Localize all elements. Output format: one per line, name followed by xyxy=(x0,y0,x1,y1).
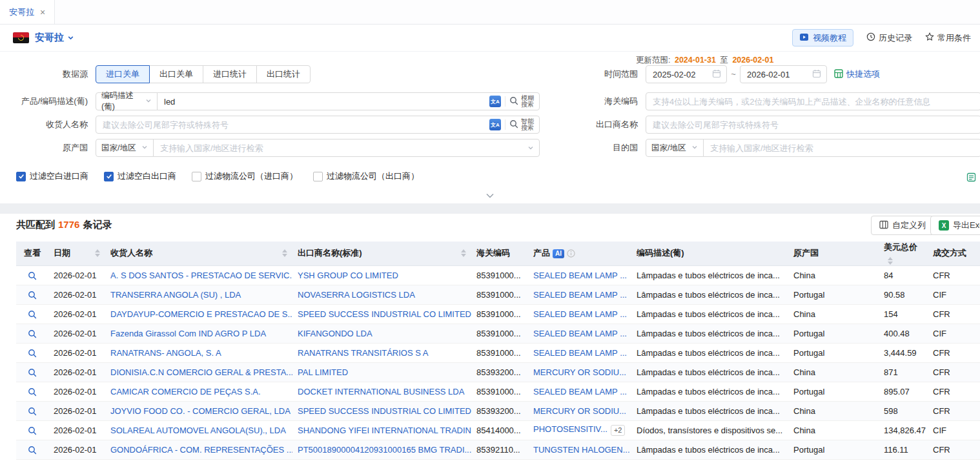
exporter-link[interactable]: SHANDONG YIFEI INTERNATIONAL TRADIN... xyxy=(292,420,471,440)
consignee-link[interactable]: GONDOÁFRICA - COM. REPRESENTAÇÕES ... xyxy=(105,440,292,459)
consignee-field[interactable]: 文A 智能搜索 xyxy=(96,116,540,134)
product-search-field[interactable]: 文A 模糊搜索 xyxy=(157,92,540,110)
exporter-link[interactable]: DOCKET INTERNATIONAL BUSINESS LDA xyxy=(292,382,471,401)
exporter-field[interactable] xyxy=(646,116,980,134)
sort-icon[interactable] xyxy=(461,249,466,257)
more-products-badge[interactable]: +2 xyxy=(611,425,626,436)
consignee-link[interactable]: RANATRANS- ANGOLA, S. A xyxy=(105,343,292,362)
table-row[interactable]: 2026-02-01 JOYVIO FOOD CO. - COMERCIO GE… xyxy=(16,401,980,420)
product-link[interactable]: SEALED BEAM LAMP ... xyxy=(533,290,627,300)
page-tab-angola[interactable]: 安哥拉 × xyxy=(0,0,55,24)
product-link[interactable]: PHOTOSENSITIV... xyxy=(533,424,607,434)
view-details-icon[interactable] xyxy=(28,349,37,358)
product-link[interactable]: TUNGSTEN HALOGEN... xyxy=(533,445,630,455)
view-details-icon[interactable] xyxy=(28,426,37,435)
filter-checkbox[interactable]: 过滤空白出口商 xyxy=(104,170,176,182)
checkbox-icon[interactable] xyxy=(104,172,114,181)
table-row[interactable]: 2026-02-01 DAYDAYUP-COMERCIO E PRESTACAO… xyxy=(16,304,980,324)
product-link[interactable]: SEALED BEAM LAMP ... xyxy=(533,387,627,396)
chevron-down-icon[interactable] xyxy=(527,143,534,153)
checkbox-icon[interactable] xyxy=(16,172,26,181)
filter-checkbox[interactable]: 过滤物流公司（出口商） xyxy=(313,170,419,182)
filter-checkbox[interactable]: 过滤物流公司（进口商） xyxy=(192,170,298,182)
custom-columns-button[interactable]: 自定义列 xyxy=(871,216,934,235)
quick-options-link[interactable]: 快捷选项 xyxy=(834,65,880,83)
tab-close-icon[interactable]: × xyxy=(40,8,45,17)
consignee-link[interactable]: SOLAREAL AUTOMOVEL ANGOLA(SU)., LDA xyxy=(105,420,292,440)
col-consignee[interactable]: 收货人名称 xyxy=(105,242,292,265)
col-date[interactable]: 日期 xyxy=(48,242,105,265)
consignee-link[interactable]: Fazenda Girassol Com IND AGRO P LDA xyxy=(105,324,292,343)
origin-country-select[interactable]: 国家/地区 xyxy=(96,139,154,157)
data-source-tab[interactable]: 进口统计 xyxy=(203,65,257,83)
product-link[interactable]: SEALED BEAM LAMP ... xyxy=(533,309,627,319)
calendar-icon[interactable] xyxy=(712,69,721,80)
exporter-link[interactable]: RANATRANS TRANSITÁRIOS S A xyxy=(292,343,471,362)
translate-icon[interactable]: 文A xyxy=(489,96,501,107)
exporter-link[interactable]: SPEED SUCCESS INDUSTRIAL CO LIMITED xyxy=(292,304,471,324)
origin-country-input[interactable] xyxy=(154,139,527,156)
product-link[interactable]: SEALED BEAM LAMP ... xyxy=(533,348,627,358)
date-to-field[interactable] xyxy=(740,65,827,83)
consignee-link[interactable]: TRANSERRA ANGOLA (SU) , LDA xyxy=(105,285,292,304)
product-link[interactable]: SEALED BEAM LAMP ... xyxy=(533,329,627,338)
filter-checkbox[interactable]: 过滤空白进口商 xyxy=(16,170,88,182)
exporter-link[interactable]: PAL LIMITED xyxy=(292,362,471,382)
translate-icon[interactable]: 文A xyxy=(489,119,501,130)
consignee-link[interactable]: JOYVIO FOOD CO. - COMERCIO GERAL, LDA xyxy=(105,401,292,420)
video-tutorial-button[interactable]: 视频教程 xyxy=(792,29,853,46)
date-to-input[interactable] xyxy=(740,66,812,83)
product-link[interactable]: MERCURY OR SODIU... xyxy=(533,367,626,377)
sort-icon[interactable] xyxy=(282,249,287,257)
view-details-icon[interactable] xyxy=(28,446,37,455)
checkbox-icon[interactable] xyxy=(192,172,201,181)
consignee-input[interactable] xyxy=(96,116,489,133)
col-usd-total[interactable]: 美元总价 xyxy=(879,242,928,265)
favorites-button[interactable]: 常用条件 xyxy=(925,32,971,44)
product-link[interactable]: SEALED BEAM LAMP ... xyxy=(533,271,627,280)
exporter-link[interactable]: SPEED SUCCESS INDUSTRIAL CO LIMITED xyxy=(292,401,471,420)
table-row[interactable]: 2026-02-01 DIONISIA.C.N COMERCIO GERAL &… xyxy=(16,362,980,382)
table-row[interactable]: 2026-02-01 A. S DOS SANTOS - PRESTACAO D… xyxy=(16,265,980,285)
destination-country-input[interactable] xyxy=(704,139,980,156)
view-details-icon[interactable] xyxy=(28,329,37,338)
info-icon[interactable] xyxy=(567,249,575,258)
sort-icon[interactable] xyxy=(95,249,100,257)
exporter-link[interactable]: PT50018900004120931000165 BMG TRADI... xyxy=(292,440,471,459)
view-details-icon[interactable] xyxy=(28,407,37,416)
view-details-icon[interactable] xyxy=(28,387,37,396)
product-search-input[interactable] xyxy=(158,93,489,110)
exporter-link[interactable]: KIFANGONDO LDA xyxy=(292,324,471,343)
consignee-link[interactable]: DAYDAYUP-COMERCIO E PRESTACAO DE S... xyxy=(105,304,292,324)
save-filter-button[interactable] xyxy=(966,172,976,184)
product-field-select[interactable]: 编码描述(葡) xyxy=(96,92,158,110)
hs-code-input[interactable] xyxy=(646,93,980,110)
view-details-icon[interactable] xyxy=(28,368,37,377)
exporter-link[interactable]: YSH GROUP CO LIMITED xyxy=(292,265,471,285)
destination-country-select[interactable]: 国家/地区 xyxy=(646,139,704,157)
chevron-down-icon[interactable] xyxy=(67,34,74,41)
table-row[interactable]: 2026-02-01 SOLAREAL AUTOMOVEL ANGOLA(SU)… xyxy=(16,420,980,440)
export-excel-button[interactable]: X 导出Exc xyxy=(930,216,980,235)
hs-code-field[interactable] xyxy=(646,92,980,110)
table-row[interactable]: 2026-02-01 GONDOÁFRICA - COM. REPRESENTA… xyxy=(16,440,980,459)
view-details-icon[interactable] xyxy=(28,310,37,319)
table-row[interactable]: 2026-02-01 CAMICAR COMERCIO DE PEÇAS S.A… xyxy=(16,382,980,401)
checkbox-icon[interactable] xyxy=(313,172,323,181)
table-row[interactable]: 2026-02-01 RANATRANS- ANGOLA, S. A RANAT… xyxy=(16,343,980,362)
exporter-link[interactable]: NOVASERRA LOGISTICS LDA xyxy=(292,285,471,304)
calendar-icon[interactable] xyxy=(812,69,821,80)
consignee-link[interactable]: CAMICAR COMERCIO DE PEÇAS S.A. xyxy=(105,382,292,401)
view-details-icon[interactable] xyxy=(28,271,37,280)
table-row[interactable]: 2026-02-01 TRANSERRA ANGOLA (SU) , LDA N… xyxy=(16,285,980,304)
col-exporter[interactable]: 出口商名称(标准) xyxy=(292,242,471,265)
view-details-icon[interactable] xyxy=(28,291,37,300)
table-row[interactable]: 2026-02-01 Fazenda Girassol Com IND AGRO… xyxy=(16,324,980,343)
origin-country-field[interactable] xyxy=(153,139,540,157)
data-source-tab[interactable]: 进口关单 xyxy=(96,65,150,83)
date-from-input[interactable] xyxy=(646,66,712,83)
data-source-tab[interactable]: 出口统计 xyxy=(256,65,311,83)
consignee-link[interactable]: DIONISIA.C.N COMERCIO GERAL & PRESTA... xyxy=(105,362,292,382)
consignee-link[interactable]: A. S DOS SANTOS - PRESTACAO DE SERVIC... xyxy=(105,265,292,285)
date-from-field[interactable] xyxy=(646,65,727,83)
